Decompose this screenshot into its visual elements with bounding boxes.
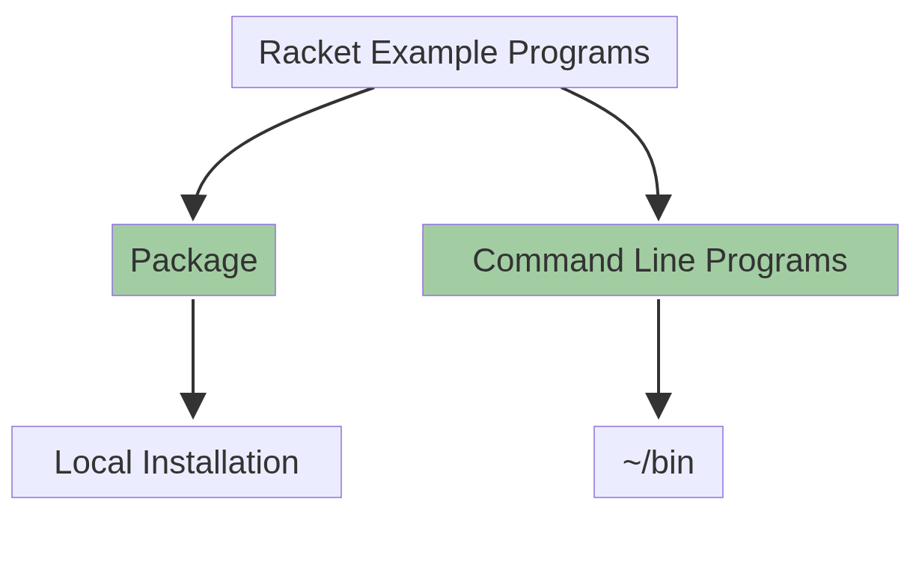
flowchart-diagram: Racket Example Programs Package Command … (0, 0, 910, 588)
edge-root-to-package (193, 88, 374, 217)
node-local-label: Local Installation (54, 444, 299, 480)
node-package: Package (112, 224, 275, 295)
node-root: Racket Example Programs (232, 16, 677, 88)
node-bin: ~/bin (594, 426, 723, 497)
edge-root-to-cli (561, 88, 659, 217)
node-cli: Command Line Programs (423, 224, 898, 295)
node-local: Local Installation (12, 426, 341, 497)
node-bin-label: ~/bin (623, 444, 695, 480)
node-root-label: Racket Example Programs (258, 34, 650, 70)
node-cli-label: Command Line Programs (472, 242, 847, 278)
node-package-label: Package (129, 242, 257, 278)
